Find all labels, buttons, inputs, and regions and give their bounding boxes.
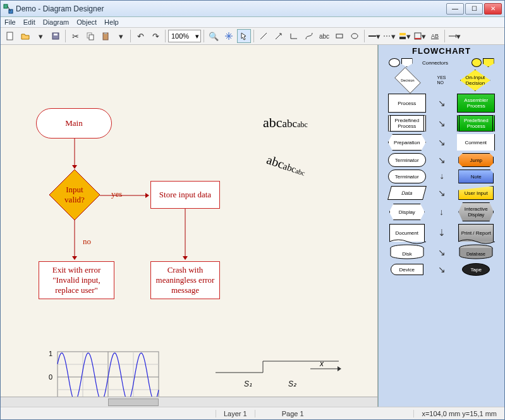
pal-jump[interactable]: Jump (458, 153, 494, 167)
line-width-tool[interactable]: ▾ (367, 29, 381, 43)
zoom-input[interactable] (170, 32, 195, 40)
pal-comment[interactable]: Comment (457, 134, 495, 151)
svg-text:1: 1 (49, 350, 52, 357)
menu-diagram[interactable]: Diagram (43, 18, 70, 26)
paste-dropdown-icon[interactable]: ▾ (114, 29, 128, 43)
pal-connector-circle-y[interactable] (472, 58, 482, 67)
step-chart[interactable]: x S₁ S₂ x = 0 (212, 355, 345, 397)
arrow[interactable] (183, 209, 188, 261)
arrow-icon: ⇣ (435, 173, 448, 180)
line-style-tool[interactable]: ▾ (382, 29, 396, 43)
pan-tool[interactable] (222, 29, 236, 43)
svg-rect-12 (336, 34, 343, 38)
pal-connector-offpage-y[interactable] (483, 58, 494, 67)
pal-database[interactable]: Database (458, 244, 494, 261)
pal-print[interactable]: Print / Report (458, 224, 494, 242)
svg-rect-16 (399, 33, 406, 35)
pal-interactive[interactable]: Interactive Display (458, 202, 494, 221)
arrow[interactable] (72, 220, 77, 261)
label-no[interactable]: no (83, 237, 91, 247)
line-tool[interactable] (257, 29, 271, 43)
svg-point-13 (351, 34, 358, 39)
arrow-tool[interactable] (272, 29, 286, 43)
select-tool[interactable] (237, 29, 251, 43)
maximize-button[interactable]: ☐ (465, 3, 483, 15)
titlebar[interactable]: Demo - Diagram Designer — ☐ ✕ (1, 1, 504, 17)
statusbar: Layer 1 Page 1 x=104,0 mm y=15,1 mm (1, 407, 504, 419)
shape-main[interactable]: Main (36, 108, 112, 139)
pal-tape[interactable]: Tape (462, 263, 490, 276)
cut-button[interactable]: ✂ (68, 29, 82, 43)
minimize-button[interactable]: — (446, 3, 464, 15)
pal-oninput-decision[interactable]: On-Input Decision (460, 70, 490, 91)
sine-chart[interactable]: 1 0 -1 -10 0 10 (39, 349, 165, 397)
shape-palette: FLOWCHART Connectors Decision YESNO On-I… (378, 45, 504, 407)
copy-button[interactable] (83, 29, 97, 43)
pal-terminator[interactable]: Terminator (388, 153, 426, 167)
pal-connector-circle[interactable] (389, 58, 400, 67)
close-button[interactable]: ✕ (484, 3, 502, 15)
redo-button[interactable]: ↷ (149, 29, 162, 43)
svg-text:0: 0 (49, 373, 52, 381)
shape-exit[interactable]: Exit with error "Invalid input, replace … (39, 261, 114, 299)
chevron-down-icon[interactable]: ▾ (195, 32, 199, 40)
font-tool[interactable]: AB (428, 29, 442, 43)
arrow-icon: ↘ (435, 264, 448, 275)
arrow-end-tool[interactable]: ▾ (447, 29, 461, 43)
pal-display[interactable]: Display (389, 204, 425, 220)
open-button[interactable] (18, 29, 32, 43)
text-sample-big[interactable]: abcabcabc (263, 114, 308, 131)
pal-process[interactable]: Process (388, 94, 426, 113)
ellipse-tool[interactable] (348, 29, 362, 43)
svg-text:Database: Database (466, 252, 485, 256)
palette-title: FLOWCHART (379, 45, 504, 57)
pal-device[interactable]: Device (391, 264, 423, 275)
menubar: File Edit Diagram Object Help (1, 17, 504, 28)
pal-predefined-g[interactable]: Predefined Process (457, 115, 495, 132)
pal-disk[interactable]: Disk (389, 244, 425, 261)
pal-predefined[interactable]: Predefined Process (388, 115, 426, 132)
fill-color-tool[interactable]: ▾ (398, 29, 411, 43)
text-sample-rotated[interactable]: abcabcabc (265, 152, 308, 179)
pal-terminator2[interactable]: Terminator (388, 170, 426, 183)
shape-decision[interactable]: Input valid? (49, 170, 100, 220)
save-button[interactable] (49, 29, 63, 43)
menu-edit[interactable]: Edit (23, 18, 35, 26)
arrow-icon: ⇣ (435, 228, 448, 238)
shape-crash[interactable]: Crash with meaningless error message (150, 261, 220, 299)
arrow[interactable] (100, 193, 150, 198)
status-layer[interactable]: Layer 1 (216, 410, 255, 417)
pal-preparation[interactable]: Preparation (388, 134, 426, 151)
paste-button[interactable] (99, 29, 113, 43)
rect-tool[interactable] (332, 29, 346, 43)
svg-rect-0 (4, 4, 8, 8)
menu-help[interactable]: Help (104, 18, 119, 26)
connector2-tool[interactable] (302, 29, 316, 43)
svg-text:S₂: S₂ (288, 380, 297, 388)
menu-file[interactable]: File (4, 18, 16, 26)
arrow-icon: ↘ (435, 98, 448, 108)
pal-decision[interactable]: Decision (394, 67, 421, 94)
connector1-tool[interactable] (287, 29, 301, 43)
menu-object[interactable]: Object (76, 18, 97, 26)
pal-data[interactable]: Data (387, 186, 427, 200)
canvas[interactable]: Main Input valid? yes no Store input dat… (1, 45, 377, 397)
arrow-icon: ↘ (435, 137, 448, 147)
zoom-tool[interactable]: 🔍 (207, 29, 221, 43)
pal-assembler[interactable]: Assembler Process (457, 94, 495, 113)
status-page[interactable]: Page 1 (255, 410, 331, 417)
new-button[interactable] (3, 29, 17, 43)
arrow[interactable] (72, 139, 77, 170)
line-color-tool[interactable]: ▾ (413, 29, 427, 43)
zoom-combo[interactable]: ▾ (168, 30, 201, 42)
pal-connector-offpage[interactable] (401, 58, 413, 67)
open-dropdown-icon[interactable]: ▾ (33, 29, 47, 43)
scrollbar-thumb[interactable] (108, 398, 159, 406)
pal-userinput[interactable]: User Input (458, 186, 494, 200)
pal-document[interactable]: Document (389, 224, 425, 242)
text-tool[interactable]: abc (317, 29, 331, 43)
pal-note[interactable]: Note (458, 170, 494, 183)
shape-store[interactable]: Store input data (150, 181, 220, 209)
undo-button[interactable]: ↶ (133, 29, 147, 43)
horizontal-scrollbar[interactable] (1, 397, 377, 407)
